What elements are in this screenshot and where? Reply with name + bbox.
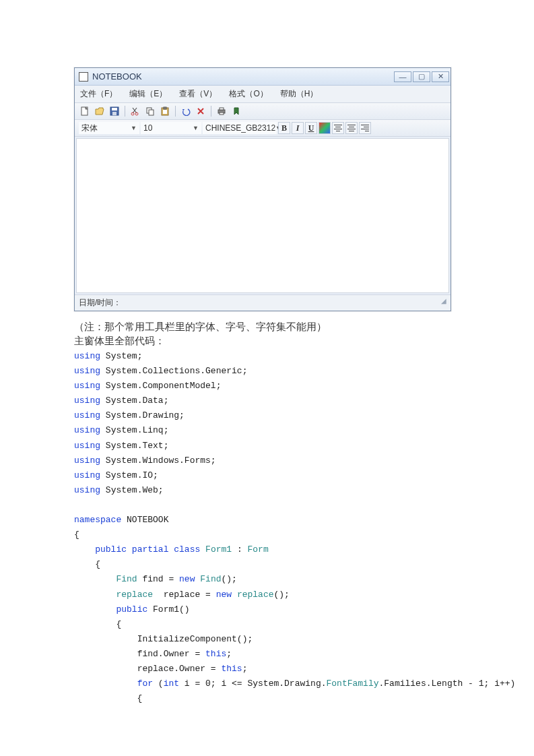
kw-this: this [221,664,242,674]
size-combo[interactable]: 10 ▼ [141,122,201,134]
status-datetime-label: 日期/时间： [79,297,121,309]
statusbar: 日期/时间： ◢ [75,294,450,311]
app-window: NOTEBOOK — ▢ ✕ 文件（F） 编辑（E） 查看（V） 格式（O） 帮… [74,67,451,311]
menu-format[interactable]: 格式（O） [229,88,267,100]
maximize-button[interactable]: ▢ [413,71,430,82]
toolbar-formatting: 宋体 ▼ 10 ▼ CHINESE_GB2312 ▼ B I U [75,120,450,137]
kw-this: this [205,649,226,659]
kw-class: class [174,544,200,555]
find-type: Find [116,574,137,584]
separator [125,106,125,117]
menu-file[interactable]: 文件（F） [80,88,117,100]
svg-rect-10 [163,110,167,114]
close-button[interactable]: ✕ [432,71,449,82]
replace-type: replace [116,590,153,600]
kw-using: using [74,455,100,466]
size-value: 10 [143,123,152,133]
separator [211,106,211,117]
kw-public: public [95,544,127,555]
align-right-button[interactable] [359,122,371,134]
kw-new: new [179,574,195,584]
kw-namespace: namespace [74,515,121,525]
using-4: System.Drawing; [106,410,185,420]
for-pre: ( [153,679,164,689]
class-name: Form1 [205,544,232,555]
find-decl: find = [137,574,179,584]
paste-icon[interactable] [159,105,171,117]
svg-rect-2 [112,108,117,111]
font-value: 宋体 [81,123,98,134]
charset-combo[interactable]: CHINESE_GB2312 ▼ [203,122,277,134]
using-5: System.Linq; [106,425,169,435]
replace-owner: replace.Owner = [137,664,222,674]
dropdown-arrow-icon: ▼ [131,125,137,131]
new-file-icon[interactable] [79,105,91,117]
note-text: （注：那个常用工具栏里的字体、字号、字符集不能用） [74,321,460,334]
text-editor-area[interactable] [76,138,449,293]
fontfamily-type: FontFamily [326,679,378,689]
cancel-icon[interactable] [195,105,207,117]
kw-for: for [137,679,153,689]
app-icon [79,72,88,82]
cut-icon[interactable] [129,105,141,117]
using-6: System.Text; [106,441,169,451]
print-icon[interactable] [215,105,228,117]
for-tail: .Families.Length - 1; i++) [379,679,516,689]
undo-icon[interactable] [180,105,192,117]
using-8: System.IO; [106,470,158,480]
ctor-name: Form1() [147,604,189,615]
code-heading: 主窗体里全部代码： [74,335,460,348]
using-7: System.Windows.Forms; [106,455,216,466]
kw-using: using [74,470,100,480]
kw-new: new [216,590,232,600]
ns-name: NOTEBOOK [127,515,168,525]
using-0: System; [106,351,143,361]
svg-rect-3 [112,112,116,115]
find-ctor: Find [200,574,221,584]
copy-icon[interactable] [144,105,156,117]
charset-value: CHINESE_GB2312 [205,123,275,133]
bold-button[interactable]: B [278,122,290,134]
base-class: Form [248,544,269,555]
font-combo[interactable]: 宋体 ▼ [79,122,139,134]
for-mid: i = 0; i <= System.Drawing. [179,679,326,689]
dropdown-arrow-icon: ▼ [193,125,199,131]
titlebar: NOTEBOOK — ▢ ✕ [75,68,450,86]
using-9: System.Web; [106,485,164,495]
resize-grip-icon[interactable]: ◢ [441,297,446,309]
code-block: using System; using System.Collections.G… [74,349,460,706]
separator [175,106,176,117]
open-file-icon[interactable] [94,105,106,117]
svg-rect-12 [220,108,224,110]
italic-button[interactable]: I [292,122,304,134]
window-title: NOTEBOOK [92,71,394,82]
align-left-button[interactable] [332,122,344,134]
save-icon[interactable] [108,105,121,117]
replace-decl: replace = [153,590,216,600]
using-2: System.ComponentModel; [106,381,222,391]
using-3: System.Data; [106,396,169,406]
underline-button[interactable]: U [305,122,317,134]
kw-using: using [74,425,100,435]
menu-edit[interactable]: 编辑（E） [129,88,167,100]
svg-rect-7 [149,110,154,115]
bookmark-icon[interactable] [230,105,242,117]
kw-using: using [74,351,100,361]
kw-using: using [74,381,100,391]
align-center-button[interactable] [345,122,358,134]
kw-using: using [74,396,100,406]
menubar: 文件（F） 编辑（E） 查看（V） 格式（O） 帮助（H） [75,86,450,103]
kw-using: using [74,485,100,495]
find-owner: find.Owner = [137,649,205,659]
replace-ctor: replace [237,590,274,600]
toolbar-standard [75,103,450,120]
font-color-button[interactable] [319,122,331,134]
using-1: System.Collections.Generic; [106,366,248,376]
init-call: InitializeComponent(); [137,634,253,644]
menu-view[interactable]: 查看（V） [179,88,217,100]
menu-help[interactable]: 帮助（H） [280,88,319,100]
kw-using: using [74,366,100,376]
minimize-button[interactable]: — [394,71,411,82]
svg-rect-9 [164,107,166,109]
svg-rect-13 [220,113,224,115]
